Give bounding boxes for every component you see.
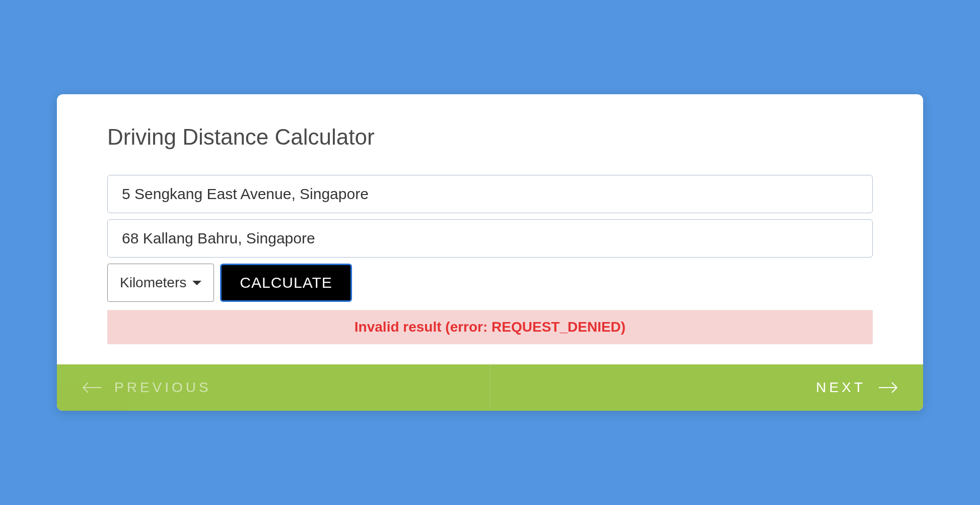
calculator-card: Driving Distance Calculator Kilometers C… — [57, 94, 923, 411]
unit-selected-label: Kilometers — [120, 275, 186, 291]
next-button[interactable]: NEXT — [491, 364, 924, 411]
arrow-left-icon — [82, 382, 102, 394]
destination-input[interactable] — [107, 219, 873, 258]
calculate-button[interactable]: CALCULATE — [220, 264, 352, 302]
controls-row: Kilometers CALCULATE — [107, 264, 873, 302]
card-content: Driving Distance Calculator Kilometers C… — [57, 94, 923, 364]
chevron-down-icon — [192, 281, 201, 285]
previous-label: PREVIOUS — [114, 380, 212, 396]
origin-input[interactable] — [107, 175, 873, 213]
nav-footer: PREVIOUS NEXT — [57, 364, 923, 411]
next-label: NEXT — [816, 380, 866, 396]
page-title: Driving Distance Calculator — [107, 124, 873, 150]
error-banner: Invalid result (error: REQUEST_DENIED) — [107, 310, 873, 344]
previous-button[interactable]: PREVIOUS — [57, 364, 491, 411]
arrow-right-icon — [878, 382, 898, 394]
unit-dropdown[interactable]: Kilometers — [107, 264, 214, 302]
